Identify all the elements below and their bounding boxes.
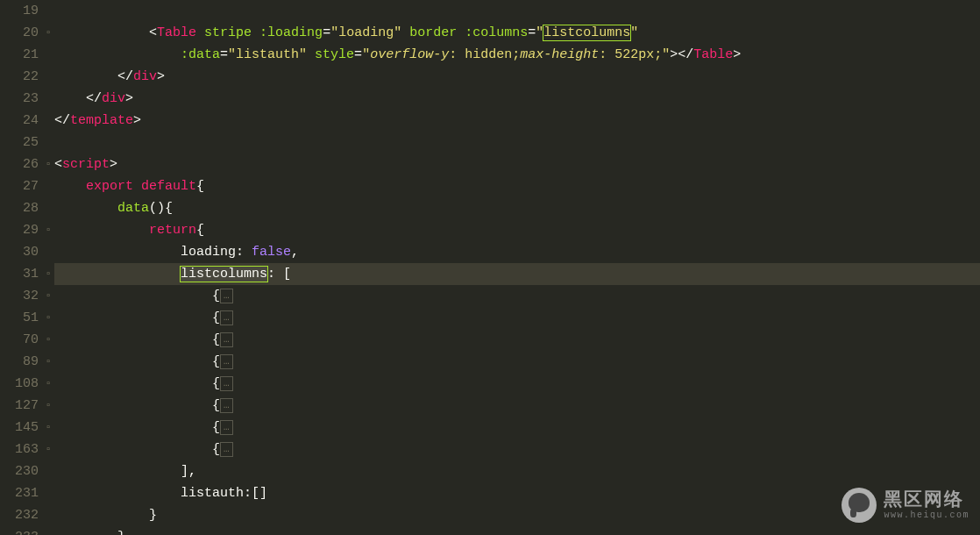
line-number: 31 xyxy=(0,263,42,285)
code-content[interactable]: :data="listauth" style="overflow-y: hidd… xyxy=(54,44,980,66)
code-content[interactable]: data(){ xyxy=(54,197,980,219)
code-content[interactable]: {… xyxy=(54,395,980,417)
fold-marker[interactable]: ▫ xyxy=(42,219,54,241)
search-match: listcolumns xyxy=(543,25,630,40)
fold-marker xyxy=(42,460,54,482)
code-content[interactable]: listcolumns: [ xyxy=(54,263,980,285)
code-line[interactable]: 27 export default{ xyxy=(0,175,980,197)
code-content[interactable] xyxy=(54,0,980,22)
code-content[interactable]: <script> xyxy=(54,153,980,175)
fold-marker[interactable]: ▫ xyxy=(42,351,54,373)
code-line[interactable]: 23 </div> xyxy=(0,88,980,110)
fold-marker[interactable]: ▫ xyxy=(42,329,54,351)
line-number: 22 xyxy=(0,66,42,88)
code-line[interactable]: 28 data(){ xyxy=(0,197,980,219)
fold-marker[interactable]: ▫ xyxy=(42,307,54,329)
fold-placeholder: … xyxy=(220,420,233,435)
fold-marker[interactable]: ▫ xyxy=(42,417,54,439)
code-content[interactable]: {… xyxy=(54,285,980,307)
code-content[interactable]: {… xyxy=(54,417,980,439)
line-number: 21 xyxy=(0,44,42,66)
code-content[interactable]: {… xyxy=(54,329,980,351)
code-content[interactable]: {… xyxy=(54,307,980,329)
code-line[interactable]: 30 loading: false, xyxy=(0,241,980,263)
fold-marker xyxy=(42,44,54,66)
fold-placeholder: … xyxy=(220,310,233,325)
code-line[interactable]: 70▫ {… xyxy=(0,329,980,351)
code-line[interactable]: 127▫ {… xyxy=(0,395,980,417)
code-line[interactable]: 21 :data="listauth" style="overflow-y: h… xyxy=(0,44,980,66)
line-number: 23 xyxy=(0,88,42,110)
fold-marker xyxy=(42,88,54,110)
line-number: 232 xyxy=(0,504,42,526)
code-editor[interactable]: 1920▫ <Table stripe :loading="loading" b… xyxy=(0,0,980,535)
code-content[interactable]: {… xyxy=(54,373,980,395)
fold-marker xyxy=(42,526,54,535)
fold-placeholder: … xyxy=(220,289,233,303)
line-number: 29 xyxy=(0,219,42,241)
line-number: 27 xyxy=(0,175,42,197)
code-content[interactable]: loading: false, xyxy=(54,241,980,263)
code-line[interactable]: 51▫ {… xyxy=(0,307,980,329)
code-content[interactable]: return{ xyxy=(54,219,980,241)
line-number: 127 xyxy=(0,395,42,417)
fold-marker[interactable]: ▫ xyxy=(42,395,54,417)
fold-marker xyxy=(42,0,54,22)
line-number: 30 xyxy=(0,241,42,263)
fold-marker[interactable]: ▫ xyxy=(42,373,54,395)
search-match-current: listcolumns xyxy=(181,267,267,282)
line-number: 20 xyxy=(0,22,42,44)
fold-marker[interactable]: ▫ xyxy=(42,263,54,285)
fold-placeholder: … xyxy=(220,354,233,369)
code-line[interactable]: 22 </div> xyxy=(0,66,980,88)
fold-marker[interactable]: ▫ xyxy=(42,285,54,307)
fold-marker xyxy=(42,197,54,219)
code-content[interactable]: {… xyxy=(54,351,980,373)
code-line[interactable]: 19 xyxy=(0,0,980,22)
code-line[interactable]: 32▫ {… xyxy=(0,285,980,307)
code-line[interactable]: 232 } xyxy=(0,504,980,526)
code-line[interactable]: 89▫ {… xyxy=(0,351,980,373)
code-line[interactable]: 145▫ {… xyxy=(0,417,980,439)
fold-marker[interactable]: ▫ xyxy=(42,22,54,44)
code-line[interactable]: 108▫ {… xyxy=(0,373,980,395)
code-line[interactable]: 24</template> xyxy=(0,110,980,132)
fold-marker[interactable]: ▫ xyxy=(42,153,54,175)
code-content[interactable]: </div> xyxy=(54,66,980,88)
fold-placeholder: … xyxy=(220,442,233,457)
fold-placeholder: … xyxy=(220,332,233,347)
line-number: 26 xyxy=(0,153,42,175)
line-number: 24 xyxy=(0,110,42,132)
code-content[interactable]: listauth:[] xyxy=(54,482,980,504)
code-line[interactable]: 25 xyxy=(0,132,980,153)
fold-marker xyxy=(42,66,54,88)
code-content[interactable]: {… xyxy=(54,439,980,460)
code-content[interactable] xyxy=(54,132,980,153)
fold-marker xyxy=(42,482,54,504)
fold-marker[interactable]: ▫ xyxy=(42,439,54,460)
code-content[interactable]: ], xyxy=(54,460,980,482)
code-content[interactable]: <Table stripe :loading="loading" border … xyxy=(54,22,980,44)
code-line[interactable]: 233 }, xyxy=(0,526,980,535)
code-line[interactable]: 230 ], xyxy=(0,460,980,482)
fold-marker xyxy=(42,504,54,526)
code-content[interactable]: </template> xyxy=(54,110,980,132)
line-number: 163 xyxy=(0,439,42,460)
fold-marker xyxy=(42,132,54,153)
code-line[interactable]: 26▫<script> xyxy=(0,153,980,175)
line-number: 233 xyxy=(0,526,42,535)
fold-marker xyxy=(42,175,54,197)
code-content[interactable]: </div> xyxy=(54,88,980,110)
code-line[interactable]: 163▫ {… xyxy=(0,439,980,460)
line-number: 25 xyxy=(0,132,42,153)
code-content[interactable]: }, xyxy=(54,526,980,535)
code-line[interactable]: 20▫ <Table stripe :loading="loading" bor… xyxy=(0,22,980,44)
code-line[interactable]: 31▫ listcolumns: [ xyxy=(0,263,980,285)
line-number: 70 xyxy=(0,329,42,351)
code-line[interactable]: 29▫ return{ xyxy=(0,219,980,241)
line-number: 230 xyxy=(0,460,42,482)
code-content[interactable]: export default{ xyxy=(54,175,980,197)
line-number: 231 xyxy=(0,482,42,504)
code-line[interactable]: 231 listauth:[] xyxy=(0,482,980,504)
code-content[interactable]: } xyxy=(54,504,980,526)
